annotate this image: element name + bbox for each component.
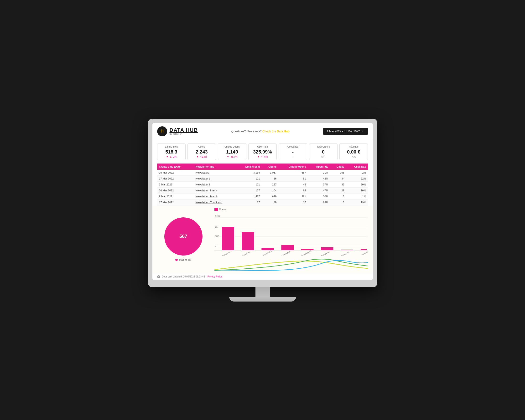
metric-card-2: Unique Opens 1,149 ▼ -33.7% [218, 143, 246, 160]
svg-text:Newsletter -: Newsletter - [222, 250, 232, 256]
svg-text:Newsletter -: Newsletter - [341, 250, 351, 256]
cell-open-rate: 37% [308, 181, 330, 187]
cell-open-rate: 20% [308, 193, 330, 199]
table-header: Create time (Date) Newsletter title Emai… [157, 164, 368, 170]
dashboard: H DATA HUB By Gladior Questions? New ide… [152, 123, 373, 280]
cell-unique-opens: 17 [278, 199, 308, 205]
bar-newsletter-thankyou [341, 250, 353, 250]
logo-subtitle: By Gladior [169, 133, 198, 135]
cell-title[interactable]: Newsletter 1 [193, 175, 236, 181]
cell-open-rate: 42% [308, 175, 330, 181]
logo-icon: H [157, 126, 167, 136]
bar-newsletter-march [321, 247, 333, 250]
col-clicks: Clicks [330, 164, 346, 170]
monitor-wrapper: H DATA HUB By Gladior Questions? New ide… [148, 119, 377, 301]
cell-date: 9 Mar 2022 [157, 193, 194, 199]
metric-change: ▼ -41.3% [190, 155, 213, 158]
svg-text:Newsletter: Newsletter [321, 251, 330, 255]
cell-title[interactable]: Newsletter - Intern [193, 187, 236, 193]
cell-open-rate: 47% [308, 187, 330, 193]
pie-legend: Mailing list [175, 258, 191, 261]
metric-value: 518.3 [160, 149, 183, 155]
cell-unique-opens: 64 [278, 187, 308, 193]
cell-date: 30 Mar 2022 [157, 187, 194, 193]
header-cta: Questions? New ideas? Check the Data Hub [231, 130, 289, 133]
col-open-rate: Open rate [308, 164, 330, 170]
metric-value: 0.00 € [342, 149, 365, 155]
metrics-row: Emails Sent 518.3 ▼ -17.2% Opens 2,243 ▼… [152, 140, 373, 164]
cell-date: 17 Mar 2022 [157, 199, 194, 205]
metric-label: Opens [190, 146, 213, 148]
bar-newsletter2 [301, 249, 313, 250]
cell-emails-sent: 137 [236, 187, 262, 193]
cell-opens: 257 [262, 181, 279, 187]
pie-value: 567 [179, 234, 187, 239]
monitor-stand-neck [255, 287, 270, 297]
svg-text:0: 0 [215, 245, 216, 247]
table-header-row: Create time (Date) Newsletter title Emai… [157, 164, 368, 170]
info-icon: i [157, 275, 160, 278]
cell-emails-sent: 121 [236, 175, 262, 181]
svg-text:1K: 1K [215, 226, 218, 228]
table-row: 30 Mar 2022 Newsletter - Intern 137 104 … [157, 187, 368, 193]
logo-title: DATA HUB [169, 128, 198, 133]
metric-label: Emails Sent [160, 146, 183, 148]
cell-opens: 86 [262, 175, 279, 181]
table-section: Create time (Date) Newsletter title Emai… [152, 164, 373, 205]
cell-clicks: 29 [330, 187, 346, 193]
footer-separator: | [206, 275, 206, 278]
footer-text: Data Last Updated: 25/04/2022 09:23:48 [162, 275, 205, 278]
svg-text:Newsletter 2: Newsletter 2 [301, 250, 312, 256]
svg-text:Newsletter: Newsletter [242, 251, 251, 255]
pie-legend-label: Mailing list [179, 258, 191, 261]
chevron-down-icon: ▼ [362, 130, 364, 133]
cell-click-rate: 20% [346, 181, 368, 187]
bar-chart-legend: Opens [215, 208, 368, 211]
cell-emails-sent: 27 [236, 199, 262, 205]
bar-newsletter-extra [360, 249, 367, 250]
metric-label: Total Orders [312, 146, 335, 148]
cell-clicks: 6 [330, 199, 346, 205]
cell-title[interactable]: Newsletters [193, 170, 236, 176]
bar-legend-label: Opens [219, 208, 226, 211]
col-date: Create time (Date) [157, 164, 194, 170]
metric-value: 325.99% [251, 149, 274, 155]
col-opens: Opens [262, 164, 279, 170]
cell-title[interactable]: Newsletter 2 [193, 181, 236, 187]
wave-lines [215, 256, 368, 271]
cell-emails-sent: 1,457 [236, 193, 262, 199]
cell-title[interactable]: Newsletter - Thank you [193, 199, 236, 205]
col-title: Newsletter title [193, 164, 236, 170]
cell-date: 17 Mar 2022 [157, 175, 194, 181]
cell-clicks: 32 [330, 181, 346, 187]
cta-link[interactable]: Check the Data Hub [262, 130, 289, 133]
cell-click-rate: 19% [346, 199, 368, 205]
cell-clicks: 256 [330, 170, 346, 176]
metric-value: 1,149 [220, 149, 244, 155]
logo-area: H DATA HUB By Gladior [157, 126, 198, 136]
metric-value: 2,243 [190, 149, 213, 155]
cell-open-rate: 65% [308, 199, 330, 205]
cta-text: Questions? New ideas? [231, 130, 262, 133]
cell-title[interactable]: Newsletter - March [193, 193, 236, 199]
cell-click-rate: 2% [346, 170, 368, 176]
table-body: 25 Mar 2022 Newsletters 3,194 1,037 657 … [157, 170, 368, 205]
privacy-policy-link[interactable]: Privacy Policy [207, 275, 222, 278]
col-unique-opens: Unique opens [278, 164, 308, 170]
footer: i Data Last Updated: 25/04/2022 09:23:48… [152, 273, 373, 280]
pie-legend-dot [175, 259, 178, 261]
bar-newsletter-intern [281, 245, 294, 250]
pie-chart-container: 567 Mailing list [157, 208, 210, 271]
metric-change: ▼ -47.5% [251, 155, 274, 158]
metric-label: Unique Opens [220, 146, 244, 148]
svg-text:1.5K: 1.5K [215, 215, 220, 217]
metric-card-4: Unopened - - [279, 143, 307, 160]
cell-clicks: 34 [330, 175, 346, 181]
table-row: 9 Mar 2022 Newsletter - March 1,457 629 … [157, 193, 368, 199]
metric-card-0: Emails Sent 518.3 ▼ -17.2% [157, 143, 186, 160]
date-range-picker[interactable]: 1 Mar 2022 - 31 Mar 2022 ▼ [323, 128, 368, 135]
header: H DATA HUB By Gladior Questions? New ide… [152, 123, 373, 140]
cell-unique-opens: 45 [278, 181, 308, 187]
bar-newsletters [222, 227, 234, 250]
screen-inner: H DATA HUB By Gladior Questions? New ide… [152, 123, 373, 280]
